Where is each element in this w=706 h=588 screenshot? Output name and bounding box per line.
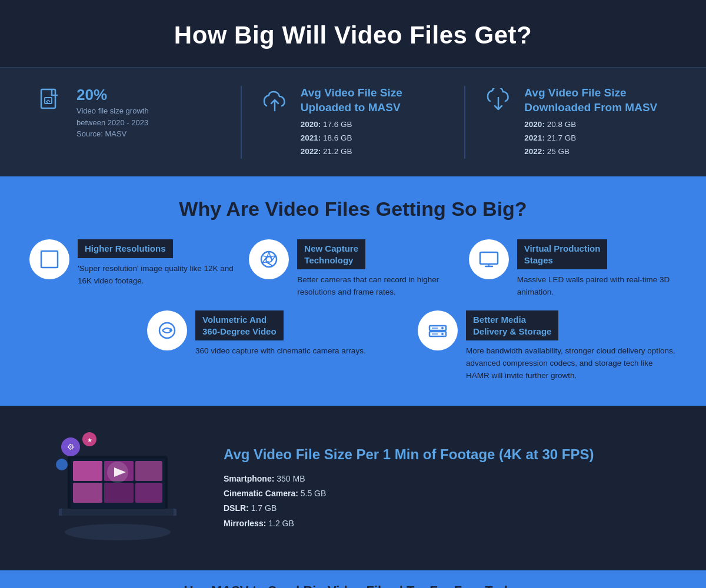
growth-text: 20% Video file size growth between 2020 … [76,86,149,140]
volumetric-desc: 360 video capture with cinematic camera … [195,345,366,358]
svg-rect-5 [480,252,498,264]
bottom-text: Avg Video File Size Per 1 Min of Footage… [224,445,594,531]
aperture-icon [258,249,279,270]
new-capture-icon-circle [249,239,289,279]
new-capture-desc: Better cameras that can record in higher… [297,274,457,299]
why-row-1: Higher Resolutions 'Super resolution' im… [29,239,677,299]
footer-section: Use MASV to Send Big Video Files | Try F… [0,570,706,588]
better-media-desc: More bandwidth availability, stronger cl… [466,345,677,382]
higher-res-desc: 'Super resolution' image quality like 12… [78,263,237,288]
svg-rect-2 [41,251,58,268]
why-row-2: Volumetric And360-Degree Video 360 video… [29,310,677,382]
file-icon [35,86,66,116]
svg-point-3 [261,252,277,267]
why-item-better-media: Better MediaDelivery & Storage More band… [418,310,677,382]
footer-text: Use MASV to Send Big Video Files | Try F… [13,583,693,588]
uploaded-text: Avg Video File Size Uploaded to MASV 202… [301,86,402,159]
svg-rect-18 [73,461,102,481]
downloaded-row-1: 2020: 20.8 GB [524,118,657,132]
svg-rect-26 [62,509,174,516]
uploaded-row-2: 2021: 18.6 GB [301,132,402,145]
download-icon [483,86,514,116]
server-icon [427,320,448,341]
why-item-higher-res: Higher Resolutions 'Super resolution' im… [29,239,237,287]
header-section: How Big Will Video Files Get? [0,0,706,67]
better-media-badge: Better MediaDelivery & Storage [466,310,558,340]
higher-res-badge: Higher Resolutions [78,239,173,258]
uploaded-stat: Avg Video File Size Uploaded to MASV 202… [242,86,465,159]
svg-point-9 [441,327,444,329]
bottom-row-smartphone: Smartphone: 350 MB [224,472,594,486]
why-title: Why Are Video Files Getting So Big? [29,198,677,220]
virtual-prod-content: Virtual ProductionStages Massive LED wal… [517,239,677,299]
monitor-icon [478,249,499,270]
svg-rect-19 [73,483,102,503]
why-item-new-capture: New CaptureTechnology Better cameras tha… [249,239,457,299]
better-media-icon-circle [418,310,458,350]
svg-rect-22 [135,461,162,481]
new-capture-badge: New CaptureTechnology [297,239,365,269]
why-item-virtual-prod: Virtual ProductionStages Massive LED wal… [469,239,677,299]
expand-icon [39,249,60,270]
volumetric-badge: Volumetric And360-Degree Video [195,310,284,340]
bottom-section: ⚙ ★ Avg Video File Size Per 1 Min of Foo… [0,406,706,570]
svg-point-31 [56,459,68,470]
virtual-prod-badge: Virtual ProductionStages [517,239,608,269]
svg-point-13 [65,524,171,540]
upload-icon [259,86,290,116]
why-item-volumetric: Volumetric And360-Degree Video 360 video… [147,310,406,358]
downloaded-title: Avg Video File Size Downloaded From MASV [524,86,657,115]
bottom-title: Avg Video File Size Per 1 Min of Footage… [224,445,594,463]
uploaded-rows: 2020: 17.6 GB 2021: 18.6 GB 2022: 21.2 G… [301,118,402,159]
svg-point-10 [441,333,444,335]
svg-text:★: ★ [87,437,92,443]
growth-stat: 20% Video file size growth between 2020 … [35,86,241,159]
svg-rect-23 [135,483,162,503]
uploaded-row-3: 2022: 21.2 GB [301,145,402,159]
bottom-row-mirrorless: Mirrorless: 1.2 GB [224,516,594,531]
higher-res-icon-circle [29,239,69,279]
downloaded-rows: 2020: 20.8 GB 2021: 21.7 GB 2022: 25 GB [524,118,657,159]
virtual-prod-icon-circle [469,239,509,279]
uploaded-row-1: 2020: 17.6 GB [301,118,402,132]
laptop-illustration: ⚙ ★ [35,429,200,547]
360-icon [156,320,178,341]
svg-rect-21 [104,483,134,503]
downloaded-row-2: 2021: 21.7 GB [524,132,657,145]
volumetric-icon-circle [147,310,187,350]
svg-rect-15 [53,516,182,519]
growth-percent: 20% [76,86,149,104]
volumetric-content: Volumetric And360-Degree Video 360 video… [195,310,366,358]
better-media-content: Better MediaDelivery & Storage More band… [466,310,677,382]
new-capture-content: New CaptureTechnology Better cameras tha… [297,239,457,299]
growth-desc: Video file size growth between 2020 - 20… [76,105,149,140]
stats-section: 20% Video file size growth between 2020 … [0,67,706,176]
why-section: Why Are Video Files Getting So Big? High… [0,176,706,406]
virtual-prod-desc: Massive LED walls paired with real-time … [517,274,677,299]
uploaded-title: Avg Video File Size Uploaded to MASV [301,86,402,115]
higher-res-content: Higher Resolutions 'Super resolution' im… [78,239,237,287]
laptop-svg: ⚙ ★ [41,432,194,544]
svg-rect-0 [41,89,55,108]
svg-text:⚙: ⚙ [67,442,75,452]
downloaded-row-3: 2022: 25 GB [524,145,657,159]
downloaded-stat: Avg Video File Size Downloaded From MASV… [465,86,671,159]
downloaded-text: Avg Video File Size Downloaded From MASV… [524,86,657,159]
bottom-row-cinematic: Cinematic Camera: 5.5 GB [224,486,594,501]
page-title: How Big Will Video Files Get? [35,21,671,49]
bottom-row-dslr: DSLR: 1.7 GB [224,501,594,516]
